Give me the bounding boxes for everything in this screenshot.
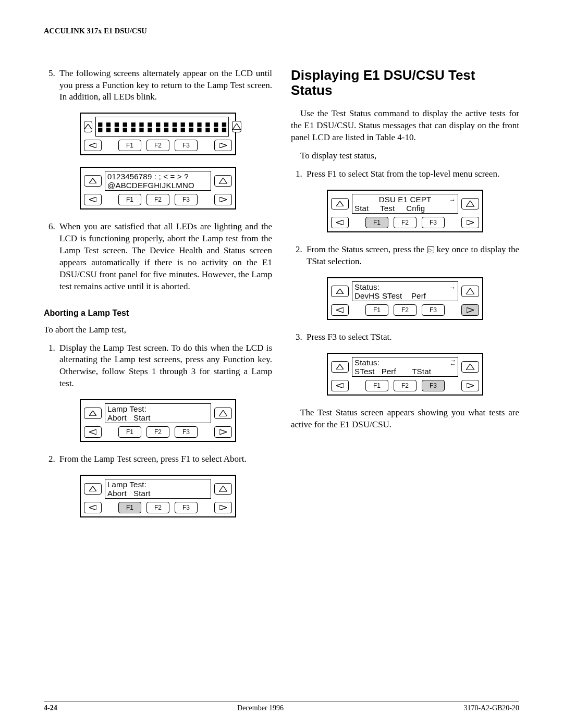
f3-key[interactable]: F3	[175, 140, 198, 151]
triangle-up-icon	[89, 178, 96, 183]
f2-key[interactable]: F2	[146, 140, 169, 151]
up-key[interactable]	[331, 361, 349, 373]
menu-cnfig: Cnfig	[406, 204, 425, 213]
right-arrow-icon: →	[449, 195, 456, 204]
function-keys: F1 F2 F3	[105, 502, 211, 513]
right-key[interactable]	[214, 194, 232, 205]
lamp-abort-label: Abort	[107, 489, 127, 498]
triangle-up-icon	[336, 201, 344, 206]
f1-key[interactable]: F1	[118, 140, 141, 151]
right-step-3: Press F3 to select TStat.	[304, 331, 519, 343]
right-key[interactable]	[461, 380, 479, 391]
left-key[interactable]	[331, 217, 349, 228]
select-icon	[466, 201, 474, 207]
f2-key[interactable]: F2	[394, 380, 417, 391]
svg-marker-14	[219, 429, 227, 435]
function-keys: F1 F2 F3	[352, 304, 458, 316]
lcd-screen: Lamp Test: Abort Start	[105, 403, 211, 423]
f2-key[interactable]: F2	[394, 304, 417, 316]
up-key[interactable]	[331, 286, 349, 297]
f3-key[interactable]: F3	[175, 194, 198, 205]
lamp-abort-label: Abort	[107, 413, 127, 422]
svg-marker-30	[336, 364, 344, 369]
f1-key[interactable]: F1	[118, 502, 141, 513]
right-key[interactable]	[214, 426, 232, 438]
lcd-panel: 0123456789 : ; < = > ? @ABCDEFGHIJKLMNO …	[80, 167, 236, 209]
f2-key[interactable]: F2	[146, 426, 169, 438]
function-keys: F1 F2 F3	[105, 140, 211, 151]
select-key[interactable]	[461, 198, 479, 209]
select-key[interactable]	[461, 286, 479, 297]
lcd-line2: Stat Test Cnfig	[354, 204, 456, 213]
f1-key[interactable]: F1	[118, 426, 141, 438]
up-key[interactable]	[84, 175, 102, 187]
svg-marker-1	[232, 124, 241, 130]
lcd-line1: Lamp Test:	[107, 404, 209, 413]
triangle-right-icon	[219, 197, 227, 202]
up-key[interactable]	[84, 483, 102, 495]
select-key[interactable]	[461, 361, 479, 373]
svg-marker-3	[89, 143, 96, 148]
up-key[interactable]	[331, 198, 349, 209]
f2-key[interactable]: F2	[146, 194, 169, 205]
svg-marker-26	[466, 288, 474, 294]
aborting-heading: Aborting a Lamp Test	[44, 307, 272, 319]
select-key[interactable]	[214, 175, 232, 187]
left-key[interactable]	[84, 502, 102, 513]
up-key[interactable]	[84, 408, 102, 419]
abort-steps-2: From the Lamp Test screen, press F1 to s…	[44, 453, 272, 465]
left-key[interactable]	[84, 194, 102, 205]
svg-marker-5	[89, 178, 96, 183]
step-5: The following screens alternately appear…	[57, 68, 272, 104]
f1-key[interactable]: F1	[365, 380, 388, 391]
f3-key[interactable]: F3	[422, 217, 445, 228]
f1-key[interactable]: F1	[365, 304, 388, 316]
select-icon	[219, 410, 227, 416]
svg-marker-15	[89, 486, 96, 491]
right-key[interactable]	[461, 304, 479, 316]
left-key[interactable]	[331, 380, 349, 391]
select-key[interactable]	[232, 121, 241, 132]
triangle-left-icon	[336, 220, 344, 225]
triangle-left-icon	[336, 307, 344, 313]
lcd-figure-ascii: 0123456789 : ; < = > ? @ABCDEFGHIJKLMNO …	[44, 167, 272, 209]
triangle-right-icon	[219, 429, 227, 435]
triangle-up-icon	[84, 124, 92, 129]
f1-key[interactable]: F1	[365, 217, 388, 228]
right-steps: Press F1 to select Stat from the top-lev…	[291, 168, 519, 180]
svg-marker-11	[219, 410, 227, 416]
right-arrow-icon: →	[449, 283, 456, 292]
right-column: Displaying E1 DSU/CSU Test Status Use th…	[291, 68, 519, 529]
lcd-screen: → DSU E1 CEPT Stat Test Cnfig	[352, 194, 458, 214]
menu-test: Test	[380, 204, 395, 213]
svg-marker-25	[336, 289, 344, 294]
right-key[interactable]	[461, 217, 479, 228]
right-step-2: From the Status screen, press the ▷ key …	[304, 244, 519, 268]
triangle-up-icon	[336, 289, 344, 294]
svg-marker-18	[89, 505, 96, 510]
lcd-screen: Lamp Test: Abort Start	[105, 479, 211, 499]
f1-key[interactable]: F1	[118, 194, 141, 205]
up-key[interactable]	[84, 121, 92, 132]
select-key[interactable]	[214, 408, 232, 419]
left-key[interactable]	[84, 426, 102, 438]
select-key[interactable]	[214, 483, 232, 495]
right-key[interactable]	[214, 140, 232, 151]
f3-key[interactable]: F3	[175, 502, 198, 513]
svg-marker-10	[89, 411, 96, 416]
right-key[interactable]	[214, 502, 232, 513]
left-key[interactable]	[84, 140, 102, 151]
step-6: When you are satisfied that all LEDs are…	[57, 221, 272, 293]
menu-stest: STest	[382, 291, 402, 300]
f3-key[interactable]: F3	[175, 426, 198, 438]
select-icon	[219, 486, 227, 492]
f3-key[interactable]: F3	[422, 380, 445, 391]
f3-key[interactable]: F3	[422, 304, 445, 316]
f2-key[interactable]: F2	[394, 217, 417, 228]
right-step-1: Press F1 to select Stat from the top-lev…	[304, 168, 519, 180]
svg-marker-24	[467, 220, 474, 225]
menu-perf: Perf	[382, 367, 396, 376]
left-key[interactable]	[331, 304, 349, 316]
f2-key[interactable]: F2	[146, 502, 169, 513]
triangle-right-icon	[467, 220, 474, 225]
